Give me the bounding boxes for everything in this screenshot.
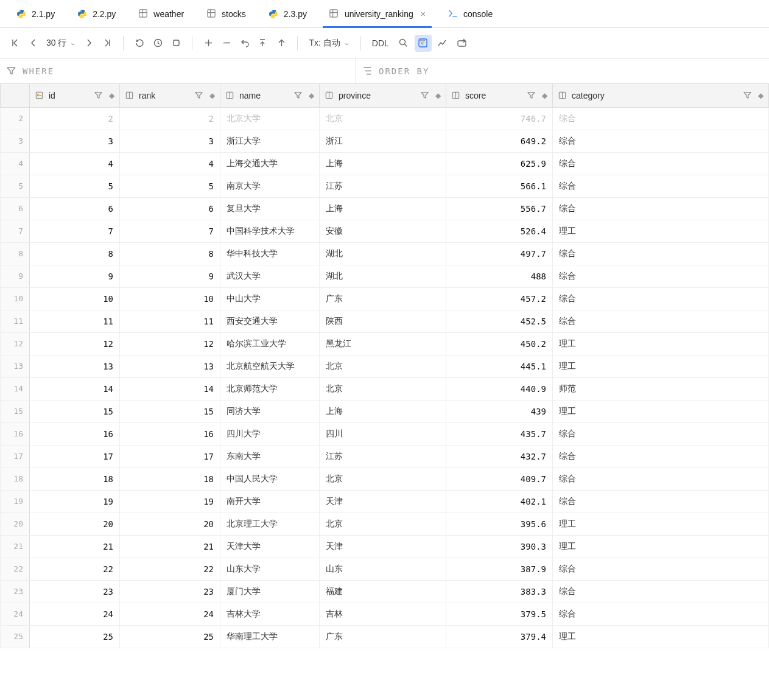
cell-id[interactable]: 25: [30, 625, 120, 648]
refresh-button[interactable]: [131, 35, 148, 52]
cell-id[interactable]: 4: [30, 152, 120, 175]
cell-name[interactable]: 北京大学: [220, 107, 320, 130]
search-button[interactable]: [395, 35, 412, 52]
filter-icon[interactable]: [527, 91, 536, 100]
cell-id[interactable]: 17: [30, 445, 120, 467]
cell-id[interactable]: 21: [30, 535, 120, 558]
cell-name[interactable]: 西安交通大学: [220, 310, 320, 332]
submit-button[interactable]: [273, 35, 290, 52]
cell-id[interactable]: 2: [30, 107, 120, 130]
cell-category[interactable]: 理工: [553, 332, 769, 355]
cell-province[interactable]: 湖北: [320, 265, 446, 287]
cell-rank[interactable]: 25: [120, 625, 220, 648]
cell-category[interactable]: 理工: [553, 625, 769, 648]
table-row[interactable]: 222222山东大学山东387.9综合: [1, 558, 769, 580]
cell-rank[interactable]: 16: [120, 422, 220, 445]
cell-province[interactable]: 天津: [320, 535, 446, 558]
cell-rank[interactable]: 11: [120, 310, 220, 332]
table-row[interactable]: 101010中山大学广东457.2综合: [1, 287, 769, 310]
cell-category[interactable]: 师范: [553, 377, 769, 400]
cell-rank[interactable]: 18: [120, 467, 220, 490]
cell-province[interactable]: 浙江: [320, 130, 446, 152]
cell-score[interactable]: 457.2: [446, 287, 553, 310]
table-row[interactable]: 212121天津大学天津390.3理工: [1, 535, 769, 558]
cell-rank[interactable]: 24: [120, 603, 220, 625]
table-row[interactable]: 191919南开大学天津402.1综合: [1, 490, 769, 513]
filter-toggle-button[interactable]: [415, 35, 432, 52]
cell-province[interactable]: 北京: [320, 355, 446, 377]
cell-province[interactable]: 北京: [320, 467, 446, 490]
cell-id[interactable]: 7: [30, 220, 120, 242]
cell-score[interactable]: 452.5: [446, 310, 553, 332]
cell-id[interactable]: 15: [30, 400, 120, 422]
column-header-id[interactable]: id◆: [30, 84, 120, 107]
chart-button[interactable]: [434, 35, 451, 52]
cell-rank[interactable]: 12: [120, 332, 220, 355]
cell-category[interactable]: 综合: [553, 152, 769, 175]
cell-score[interactable]: 566.1: [446, 175, 553, 197]
sort-icon[interactable]: ◆: [758, 91, 764, 100]
cell-rank[interactable]: 9: [120, 265, 220, 287]
cell-rank[interactable]: 10: [120, 287, 220, 310]
cell-name[interactable]: 四川大学: [220, 422, 320, 445]
table-row[interactable]: 111111西安交通大学陕西452.5综合: [1, 310, 769, 332]
cell-name[interactable]: 华南理工大学: [220, 625, 320, 648]
cell-score[interactable]: 556.7: [446, 197, 553, 220]
cell-score[interactable]: 402.1: [446, 490, 553, 513]
orderby-filter[interactable]: ORDER BY: [356, 58, 435, 83]
cell-id[interactable]: 19: [30, 490, 120, 513]
cell-name[interactable]: 北京航空航天大学: [220, 355, 320, 377]
cell-id[interactable]: 10: [30, 287, 120, 310]
filter-icon[interactable]: [194, 91, 203, 100]
cell-rank[interactable]: 13: [120, 355, 220, 377]
cell-province[interactable]: 北京: [320, 513, 446, 535]
cell-province[interactable]: 上海: [320, 197, 446, 220]
cell-province[interactable]: 陕西: [320, 310, 446, 332]
commit-button[interactable]: [255, 35, 272, 52]
cell-category[interactable]: 综合: [553, 422, 769, 445]
sort-icon[interactable]: ◆: [309, 91, 314, 100]
cell-name[interactable]: 中山大学: [220, 287, 320, 310]
cell-id[interactable]: 18: [30, 467, 120, 490]
tab-stocks[interactable]: stocks: [195, 0, 257, 27]
cell-province[interactable]: 上海: [320, 400, 446, 422]
sort-icon[interactable]: ◆: [435, 91, 441, 100]
filter-icon[interactable]: [420, 91, 429, 100]
cell-name[interactable]: 中国人民大学: [220, 467, 320, 490]
sort-icon[interactable]: ◆: [209, 91, 215, 100]
cell-rank[interactable]: 8: [120, 242, 220, 265]
table-row[interactable]: 141414北京师范大学北京440.9师范: [1, 377, 769, 400]
cell-rank[interactable]: 15: [120, 400, 220, 422]
cell-category[interactable]: 综合: [553, 310, 769, 332]
cell-rank[interactable]: 4: [120, 152, 220, 175]
auto-refresh-button[interactable]: [149, 35, 166, 52]
cell-id[interactable]: 13: [30, 355, 120, 377]
cell-name[interactable]: 上海交通大学: [220, 152, 320, 175]
table-row[interactable]: 121212哈尔滨工业大学黑龙江450.2理工: [1, 332, 769, 355]
cell-province[interactable]: 四川: [320, 422, 446, 445]
cell-rank[interactable]: 3: [120, 130, 220, 152]
tx-mode-selector[interactable]: Tx: 自动⌄: [305, 38, 353, 49]
cell-category[interactable]: 综合: [553, 445, 769, 467]
last-page-button[interactable]: [99, 35, 116, 52]
cell-province[interactable]: 江苏: [320, 445, 446, 467]
cell-province[interactable]: 北京: [320, 107, 446, 130]
cell-category[interactable]: 综合: [553, 603, 769, 625]
cell-province[interactable]: 北京: [320, 377, 446, 400]
revert-button[interactable]: [236, 35, 253, 52]
cell-score[interactable]: 387.9: [446, 558, 553, 580]
cell-score[interactable]: 445.1: [446, 355, 553, 377]
next-page-button[interactable]: [80, 35, 97, 52]
cell-category[interactable]: 综合: [553, 580, 769, 603]
cell-id[interactable]: 14: [30, 377, 120, 400]
cell-category[interactable]: 综合: [553, 242, 769, 265]
cell-rank[interactable]: 21: [120, 535, 220, 558]
stop-button[interactable]: [167, 35, 184, 52]
cell-category[interactable]: 综合: [553, 107, 769, 130]
cell-rank[interactable]: 5: [120, 175, 220, 197]
cell-id[interactable]: 6: [30, 197, 120, 220]
table-row[interactable]: 131313北京航空航天大学北京445.1理工: [1, 355, 769, 377]
cell-name[interactable]: 山东大学: [220, 558, 320, 580]
cell-score[interactable]: 409.7: [446, 467, 553, 490]
cell-category[interactable]: 综合: [553, 490, 769, 513]
